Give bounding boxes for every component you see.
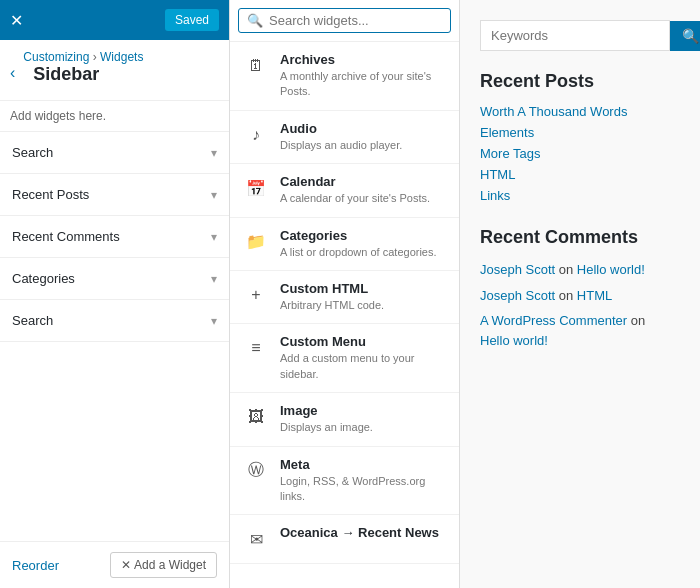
widget-choice-icon-8: ✉: [242, 525, 270, 553]
saved-badge: Saved: [165, 9, 219, 31]
breadcrumb: Customizing › Widgets: [23, 50, 143, 64]
widget-choice-6[interactable]: 🖼 Image Displays an image.: [230, 393, 459, 446]
comment-post-link-2[interactable]: Hello world!: [480, 333, 548, 348]
widget-search-bar: 🔍: [230, 0, 459, 42]
chevron-icon-2: ▾: [211, 230, 217, 244]
comment-author-link-1[interactable]: Joseph Scott: [480, 288, 555, 303]
keyword-search-box: 🔍: [480, 20, 680, 51]
widget-choice-name-8: Oceanica → Recent News: [280, 525, 447, 540]
recent-comments-title: Recent Comments: [480, 227, 680, 248]
customizing-link[interactable]: Customizing: [23, 50, 89, 64]
widget-choice-8[interactable]: ✉ Oceanica → Recent News: [230, 515, 459, 564]
widget-choice-desc-1: Displays an audio player.: [280, 138, 447, 153]
comment-post-link-1[interactable]: HTML: [577, 288, 612, 303]
chevron-icon-3: ▾: [211, 272, 217, 286]
search-icon: 🔍: [247, 13, 263, 28]
widget-chooser-panel: 🔍 🗓 Archives A monthly archive of your s…: [230, 0, 460, 588]
widget-choice-desc-7: Login, RSS, & WordPress.org links.: [280, 474, 447, 505]
chevron-icon-0: ▾: [211, 146, 217, 160]
post-link-3[interactable]: HTML: [480, 167, 680, 182]
widget-choice-0[interactable]: 🗓 Archives A monthly archive of your sit…: [230, 42, 459, 111]
widget-choice-2[interactable]: 📅 Calendar A calendar of your site's Pos…: [230, 164, 459, 217]
breadcrumb-bar: ‹ Customizing › Widgets Sidebar: [0, 40, 229, 101]
widget-item-2[interactable]: Recent Comments▾: [0, 216, 229, 258]
widget-item-3[interactable]: Categories▾: [0, 258, 229, 300]
widget-item-label-2: Recent Comments: [12, 229, 120, 244]
comment-post-link-0[interactable]: Hello world!: [577, 262, 645, 277]
widget-item-label-1: Recent Posts: [12, 187, 89, 202]
widget-item-1[interactable]: Recent Posts▾: [0, 174, 229, 216]
widget-choice-icon-7: Ⓦ: [242, 457, 270, 485]
widget-search-input[interactable]: [269, 13, 442, 28]
widget-item-label-4: Search: [12, 313, 53, 328]
reorder-link[interactable]: Reorder: [12, 558, 59, 573]
chevron-icon-1: ▾: [211, 188, 217, 202]
widget-choice-icon-1: ♪: [242, 121, 270, 149]
comment-line-0: Joseph Scott on Hello world!: [480, 260, 680, 280]
keyword-input[interactable]: [480, 20, 670, 51]
search-wrapper: 🔍: [238, 8, 451, 33]
post-link-2[interactable]: More Tags: [480, 146, 680, 161]
widget-choice-icon-6: 🖼: [242, 403, 270, 431]
post-link-4[interactable]: Links: [480, 188, 680, 203]
comments-list: Joseph Scott on Hello world!Joseph Scott…: [480, 260, 680, 350]
add-widget-button[interactable]: ✕ Add a Widget: [110, 552, 217, 578]
top-bar: ✕ Saved: [0, 0, 229, 40]
recent-comments-section: Recent Comments Joseph Scott on Hello wo…: [480, 227, 680, 350]
widget-choice-7[interactable]: Ⓦ Meta Login, RSS, & WordPress.org links…: [230, 447, 459, 516]
widget-choice-name-6: Image: [280, 403, 447, 418]
posts-list: Worth A Thousand WordsElementsMore TagsH…: [480, 104, 680, 203]
comment-author-link-2[interactable]: A WordPress Commenter: [480, 313, 627, 328]
widget-choice-name-5: Custom Menu: [280, 334, 447, 349]
add-widgets-hint: Add widgets here.: [0, 101, 229, 132]
widget-choice-icon-0: 🗓: [242, 52, 270, 80]
recent-posts-section: Recent Posts Worth A Thousand WordsEleme…: [480, 71, 680, 203]
widget-item-0[interactable]: Search▾: [0, 132, 229, 174]
widget-choice-3[interactable]: 📁 Categories A list or dropdown of categ…: [230, 218, 459, 271]
widget-choice-4[interactable]: + Custom HTML Arbitrary HTML code.: [230, 271, 459, 324]
footer-actions: Reorder ✕ Add a Widget: [0, 541, 229, 588]
widget-list: Search▾Recent Posts▾Recent Comments▾Cate…: [0, 132, 229, 342]
widget-choice-icon-5: ≡: [242, 334, 270, 362]
sidebar-title: Sidebar: [23, 64, 143, 95]
widget-item-label-0: Search: [12, 145, 53, 160]
back-icon[interactable]: ‹: [10, 64, 15, 82]
widget-choice-5[interactable]: ≡ Custom Menu Add a custom menu to your …: [230, 324, 459, 393]
widget-choice-desc-0: A monthly archive of your site's Posts.: [280, 69, 447, 100]
chevron-icon-4: ▾: [211, 314, 217, 328]
left-panel: ✕ Saved ‹ Customizing › Widgets Sidebar …: [0, 0, 230, 588]
post-link-0[interactable]: Worth A Thousand Words: [480, 104, 680, 119]
preview-panel: 🔍 Recent Posts Worth A Thousand WordsEle…: [460, 0, 700, 588]
widget-item-4[interactable]: Search▾: [0, 300, 229, 342]
widget-choice-name-0: Archives: [280, 52, 447, 67]
widget-choices-list: 🗓 Archives A monthly archive of your sit…: [230, 42, 459, 564]
widget-item-label-3: Categories: [12, 271, 75, 286]
widget-choice-1[interactable]: ♪ Audio Displays an audio player.: [230, 111, 459, 164]
comment-line-1: Joseph Scott on HTML: [480, 286, 680, 306]
recent-posts-title: Recent Posts: [480, 71, 680, 92]
comment-author-link-0[interactable]: Joseph Scott: [480, 262, 555, 277]
widget-choice-icon-4: +: [242, 281, 270, 309]
widget-choice-name-2: Calendar: [280, 174, 447, 189]
widget-choice-desc-2: A calendar of your site's Posts.: [280, 191, 447, 206]
widget-choice-icon-2: 📅: [242, 174, 270, 202]
widget-choice-desc-4: Arbitrary HTML code.: [280, 298, 447, 313]
comment-line-2: A WordPress Commenter onHello world!: [480, 311, 680, 350]
widget-choice-desc-3: A list or dropdown of categories.: [280, 245, 447, 260]
post-link-1[interactable]: Elements: [480, 125, 680, 140]
keyword-search-button[interactable]: 🔍: [670, 21, 700, 51]
widgets-link[interactable]: Widgets: [100, 50, 143, 64]
close-icon[interactable]: ✕: [10, 11, 23, 30]
widget-choice-name-3: Categories: [280, 228, 447, 243]
widget-choice-icon-3: 📁: [242, 228, 270, 256]
widget-choice-desc-5: Add a custom menu to your sidebar.: [280, 351, 447, 382]
widget-choice-name-7: Meta: [280, 457, 447, 472]
widget-choice-name-1: Audio: [280, 121, 447, 136]
widget-choice-name-4: Custom HTML: [280, 281, 447, 296]
widget-choice-desc-6: Displays an image.: [280, 420, 447, 435]
